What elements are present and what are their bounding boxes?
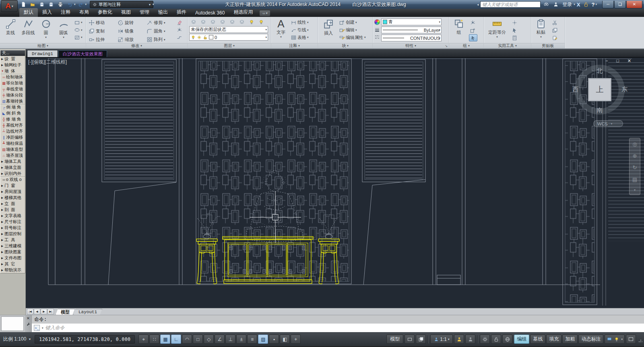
status-toggle[interactable]: ≡ [247, 335, 257, 344]
palette-item[interactable]: ═ o 双线 o [0, 177, 25, 183]
steering-wheel-icon[interactable]: ◎ [632, 141, 637, 147]
viewport-controls-label[interactable]: [-][俯视][二维线框] [28, 59, 67, 66]
linetype-combo[interactable]: CONTINUOUS▾ [381, 35, 442, 41]
navigation-bar[interactable]: ◎ ⊕ ↻ ▤ ▾ [629, 138, 640, 195]
palette-item[interactable]: 墙体工具 [0, 158, 25, 164]
quick-select-button[interactable] [511, 27, 518, 34]
status-toggle[interactable]: ▪ [269, 335, 279, 344]
panel-title-block[interactable]: 块▾ [318, 43, 372, 48]
lineweight-combo[interactable]: ByLayer▾ [381, 27, 442, 33]
modify-tool[interactable]: 镜像 ▾ [117, 27, 146, 35]
panel-title-layers[interactable]: 图层▾ [188, 43, 271, 48]
palette-item[interactable]: ╤ 单线变墙 [0, 86, 25, 92]
ribbon-tab[interactable]: 参数化 [93, 8, 117, 17]
panel-title-modify[interactable]: 修改▾ [86, 43, 187, 48]
palette-item[interactable]: 墙 体 [0, 68, 25, 74]
layer-match-button[interactable] [199, 18, 207, 25]
clean-screen-button[interactable] [626, 335, 636, 344]
palette-item[interactable]: 立 面 [0, 201, 25, 207]
annotate-tool[interactable]: 线性 ▾ [290, 19, 310, 26]
undo-button[interactable] [66, 1, 74, 8]
ribbon-tab[interactable]: 视图 [117, 8, 135, 17]
orbit-icon[interactable]: ↻ [633, 164, 637, 170]
ribbon-button[interactable]: 直线 ▾ [2, 18, 19, 42]
cut-button[interactable] [551, 19, 559, 26]
panel-title-properties[interactable]: 特性▾↘ [373, 43, 449, 48]
hatch-button[interactable]: ▾ [73, 34, 83, 41]
plot-button[interactable] [56, 1, 64, 8]
palette-item[interactable]: ╪ 墙体分段 [0, 92, 25, 98]
status-toggle[interactable]: ± [236, 335, 246, 344]
open-button[interactable] [29, 1, 37, 8]
annotate-tool[interactable]: 引线 ▾ [290, 27, 310, 34]
workspace-switcher[interactable]: 草图与注释 ▾ [90, 1, 153, 8]
layer-prev-button[interactable] [208, 18, 217, 25]
color-wheel-icon[interactable] [374, 19, 380, 25]
search-icon[interactable] [542, 1, 550, 8]
wcs-menu[interactable]: WCS▾ [593, 120, 623, 127]
erase-button[interactable] [175, 19, 183, 26]
status-toggle[interactable]: + [291, 335, 301, 344]
recent-commands-dropdown[interactable]: ▾ [42, 326, 43, 330]
status-toggle[interactable]: □ [193, 335, 203, 344]
annotation-autoscale-button[interactable] [465, 335, 475, 344]
palette-item[interactable]: 剖 面 [0, 207, 25, 213]
palette-item[interactable]: 尺寸标注 [0, 219, 25, 225]
palette-item[interactable]: ⌂ 墙齐屋顶 [0, 152, 25, 158]
palette-item[interactable]: ∥ 净距偏移 [0, 134, 25, 140]
layout-tab[interactable]: 模型 [56, 309, 75, 315]
isolate-objects-button[interactable] [502, 335, 512, 344]
ellipse-button[interactable]: ▾ [73, 27, 83, 34]
palette-item[interactable]: 文字表格 [0, 213, 25, 219]
palette-item[interactable]: 帮助演示 [0, 267, 25, 273]
palette-item[interactable]: ═ 绘制墙体 [0, 74, 25, 80]
exchange-apps-icon[interactable]: X [577, 2, 580, 8]
maximize-button[interactable]: ❏ [614, 1, 626, 8]
annotation-visibility-button[interactable] [454, 335, 464, 344]
first-tab-button[interactable]: |◀ [27, 309, 33, 314]
document-tab[interactable]: 白沙酒店大堂效果图 [58, 50, 107, 57]
status-toggle[interactable]: ◇ [204, 335, 214, 344]
paste-button[interactable]: 粘贴 ▾ [533, 18, 549, 43]
palette-item[interactable]: 识别内外 [0, 170, 25, 177]
explode-button[interactable] [175, 27, 183, 34]
undo-dropdown[interactable]: ▾ [74, 3, 76, 6]
scale-selector[interactable]: 比例 1:100▼ [2, 336, 33, 343]
status-toggle[interactable]: ▨ [258, 335, 268, 344]
panel-title-clipboard[interactable]: 剪贴板 [531, 43, 565, 48]
palette-item[interactable]: ◣ 倒 斜 角 [0, 110, 25, 116]
block-tool[interactable]: 创建 ▾ [338, 19, 367, 26]
wrench-icon[interactable] [26, 322, 31, 326]
panel-title-draw[interactable]: 绘图▾ [0, 43, 86, 48]
id-point-button[interactable] [511, 19, 518, 26]
status-toggle[interactable]: ∠ [215, 335, 225, 344]
palette-item[interactable]: 三维建模 [0, 243, 25, 249]
command-input-line[interactable]: >_ ▾ 键入命令 [32, 323, 644, 332]
modify-tool[interactable]: 旋转 ▾ [117, 18, 146, 27]
modify-tool[interactable]: 缩放 ▾ [117, 35, 146, 44]
palette-item[interactable]: 图层控制 [0, 231, 25, 237]
help-icon[interactable]: ? [592, 2, 595, 8]
panel-title-annotate[interactable]: 注释▾ [271, 43, 318, 48]
save-as-button[interactable] [47, 1, 55, 8]
text-button[interactable]: A 文字 ▾ [273, 18, 289, 42]
modify-tool[interactable]: 修剪 ▾ [146, 18, 175, 27]
sign-in-link[interactable]: 登录 [562, 1, 572, 8]
prev-tab-button[interactable]: ◀ [34, 309, 40, 314]
quick-view-layouts-button[interactable] [405, 335, 415, 344]
ribbon-tab[interactable]: 插件 [172, 8, 191, 17]
next-tab-button[interactable]: ▶ [41, 309, 47, 314]
linetype-icon[interactable] [374, 34, 380, 40]
block-tool[interactable]: 编辑属性 ▾ [338, 34, 367, 41]
ribbon-tab[interactable]: 输出 [154, 8, 172, 17]
panel-title-group[interactable]: 组▾ [449, 43, 483, 48]
ribbon-tab[interactable]: 管理 [135, 8, 154, 17]
annotation-scale-button[interactable]: 1:1▾ [430, 335, 453, 344]
resize-grip[interactable] [638, 339, 642, 343]
block-tool[interactable]: 编辑 ▾ [338, 27, 367, 34]
ribbon-tab[interactable]: 布局 [75, 8, 93, 17]
modify-tool[interactable]: 移动 ▾ [88, 18, 117, 27]
infocenter-collapse-arrow[interactable]: ◂ [477, 3, 479, 6]
object-color-combo[interactable]: 青▾ [381, 18, 442, 25]
modify-tool[interactable]: 阵列 ▾ [146, 35, 175, 44]
